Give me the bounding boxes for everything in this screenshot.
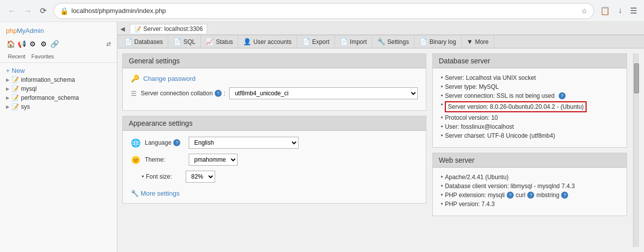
server-type-text: Server type: MySQL [445,83,499,90]
change-password-link[interactable]: Change password [143,75,196,82]
menu-icon[interactable]: ☰ [628,5,639,16]
tab-binary-log[interactable]: 📄 Binary log [414,35,461,48]
tab-user-accounts[interactable]: 👤 User accounts [238,35,297,48]
tab-databases-label: Databases [134,38,163,45]
collapse-left-icon[interactable]: ◀ [120,25,125,32]
tab-user-accounts-label: User accounts [253,38,292,45]
sql-icon: 📄 [173,38,181,45]
webserver-list: Apache/2.4.41 (Ubuntu) Database client v… [441,174,619,208]
sidebar-icons: 🏠 📢 ⚙ ⚙ 🔗 ⇄ [0,37,117,50]
server-charset-text: Server charset: UTF-8 Unicode (utf8mb4) [445,132,555,139]
list-item: PHP extension: mysqli ? curl ? mbstring … [441,192,619,199]
language-select[interactable]: English [189,137,299,149]
forward-button[interactable]: → [21,4,35,17]
collation-select[interactable]: utf8mb4_unicode_ci [229,87,418,99]
tab-settings[interactable]: 🔧 Settings [372,35,414,48]
list-item[interactable]: ▶ 📝 performance_schema [4,93,113,102]
language-icon: 🌐 [131,138,141,148]
theme-select[interactable]: pmahomme [189,154,238,166]
url-input[interactable] [71,7,578,14]
favorites-button[interactable]: Favorites [29,52,56,60]
tab-import-label: Import [350,38,367,45]
list-item[interactable]: ▶ 📝 mysql [4,84,113,93]
plus-icon: + [6,67,10,74]
tab-binary-log-label: Binary log [429,38,456,45]
home-icon[interactable]: 🏠 [6,39,15,48]
mysqli-info-icon[interactable]: ? [507,192,514,199]
db-client-version-text: Database client version: libmysql - mysq… [445,183,575,190]
db-name: sys [21,103,30,110]
tab-more[interactable]: ▼ More [462,35,494,48]
db-icon: 📝 [11,94,19,101]
appearance-settings-body: 🌐 Language ? English 🌞 Theme: [123,131,426,203]
key-icon: 🔑 [131,74,139,82]
logo-myadmin: MyAdmin [17,27,44,34]
status-icon: 📈 [206,38,214,45]
db-name: mysql [21,85,36,92]
ssl-info-icon[interactable]: ? [559,92,566,99]
collation-label: Server connection collation ?: [141,90,225,97]
nav-buttons: ← → ⟳ [5,4,49,17]
sidebar-nav: Recent Favorites [0,50,117,63]
list-item[interactable]: ▶ 📝 information_schema [4,75,113,84]
database-icon[interactable]: 📢 [17,39,26,48]
reload-button[interactable]: ⟳ [37,4,49,17]
database-server-body: Server: Localhost via UNIX socket Server… [433,68,627,147]
db-icon: 📝 [11,103,19,110]
list-item: Server connection: SSL is not being used… [441,92,619,99]
download-icon[interactable]: ↓ [616,5,624,16]
recent-button[interactable]: Recent [6,52,27,60]
new-label: New [12,67,25,74]
settings-icon[interactable]: ⚙ [28,39,37,48]
server-label: 📝 Server: localhost:3306 [130,24,207,33]
address-bar: 🔒 ☆ [53,3,594,19]
collation-info-icon[interactable]: ? [215,90,222,97]
fontsize-label: • Font size: [142,173,182,180]
back-button[interactable]: ← [5,4,19,17]
tab-databases[interactable]: 📄 Databases [119,35,168,48]
bookmark-icon[interactable]: ☆ [581,7,588,15]
list-icon: ☰ [131,90,137,97]
more-settings-link[interactable]: More settings [141,190,180,197]
tab-status[interactable]: 📈 Status [201,35,238,48]
list-item: Database client version: libmysql - mysq… [441,183,619,190]
theme-icon: 🌞 [131,155,141,165]
wrench-icon: 🔧 [131,190,139,197]
php-version-text: PHP version: 7.4.3 [445,201,495,208]
list-item[interactable]: ▶ 📝 sys [4,102,113,111]
general-settings-body: 🔑 Change password ☰ Server connection co… [123,68,426,110]
list-item: PHP version: 7.4.3 [441,201,619,208]
expand-icon: ▶ [6,104,9,109]
mbstring-info-icon[interactable]: ? [561,192,568,199]
appearance-settings-panel: Appearance settings 🌐 Language ? English [122,116,426,204]
settings-tab-icon: 🔧 [377,38,385,45]
plugin-icon[interactable]: 🔗 [50,39,59,48]
server-ssl-text: Server connection: SSL is not being used [445,92,555,99]
new-button[interactable]: + New [4,66,113,75]
apache-version-text: Apache/2.4.41 (Ubuntu) [445,174,508,181]
db-icon: 📝 [11,85,19,92]
language-label: Language ? [145,139,185,146]
toggle-sidebar-icon[interactable]: ⇄ [106,41,111,47]
content-area: General settings 🔑 Change password ☰ [117,48,644,252]
list-item: Apache/2.4.41 (Ubuntu) [441,174,619,181]
tab-sql-label: SQL [183,38,195,45]
extensions-icon[interactable]: 📋 [598,5,612,16]
php-extension-text: PHP extension: mysqli [445,192,505,199]
language-info-icon[interactable]: ? [173,139,180,146]
web-server-body: Apache/2.4.41 (Ubuntu) Database client v… [433,168,627,216]
tab-export[interactable]: 📄 Export [297,35,335,48]
change-password-label: Change password [143,75,196,82]
server-label-text: Server: localhost:3306 [143,25,203,32]
server-location-text: Server: Localhost via UNIX socket [445,74,536,81]
scrollbar[interactable] [633,53,639,247]
tab-sql[interactable]: 📄 SQL [168,35,201,48]
gear-icon[interactable]: ⚙ [39,39,48,48]
change-password-row: 🔑 Change password [131,74,418,82]
scroll-thumb[interactable] [634,63,639,93]
more-settings-row: 🔧 More settings [131,188,418,197]
curl-info-icon[interactable]: ? [527,192,534,199]
general-settings-header: General settings [123,54,426,68]
tab-import[interactable]: 📄 Import [335,35,372,48]
fontsize-select[interactable]: 82% [186,171,215,183]
